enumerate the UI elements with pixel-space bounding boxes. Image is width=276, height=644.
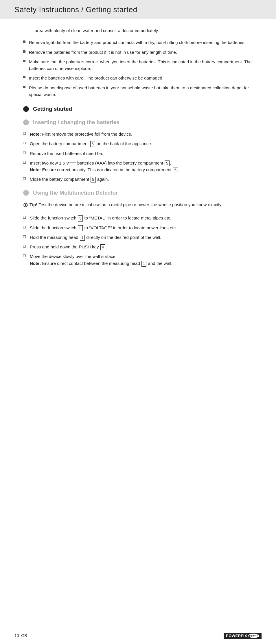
- list-item: Remove light dirt from the battery and p…: [23, 39, 253, 46]
- list-item-text: Slide the function switch 3 to “METAL” i…: [30, 215, 171, 221]
- list-item: Remove the batteries from the product if…: [23, 49, 253, 56]
- getting-started-title: Getting started: [33, 106, 72, 112]
- bullet-icon: [23, 60, 25, 62]
- note-text: First remove the protective foil from th…: [42, 132, 133, 136]
- ref-1: 1: [80, 235, 85, 241]
- ref-5: 5: [90, 141, 95, 147]
- intro-paragraph: area with plenty of clean water and cons…: [35, 27, 253, 34]
- brand-name: POWERFIX: [226, 634, 247, 638]
- list-item-text: Insert two new 1.5 V batteries (AAA) int…: [30, 160, 179, 173]
- list-item: Please do not dispose of used batteries …: [23, 84, 253, 98]
- square-bullet-icon: [23, 226, 26, 228]
- note-bold-label: Note:: [30, 167, 41, 172]
- list-item-text: Remove the batteries from the product if…: [29, 49, 177, 56]
- ref-3: 3: [78, 225, 83, 231]
- tip-bold-label: Tip!: [30, 202, 37, 207]
- list-item: Insert the batteries with care. The prod…: [23, 75, 253, 81]
- intro-text: area with plenty of clean water and cons…: [35, 28, 159, 33]
- list-item: Make sure that the polarity is correct w…: [23, 58, 253, 72]
- list-item: Hold the measuring head 1 directly on th…: [23, 234, 253, 241]
- list-item-text: Remove the used batteries if need be.: [30, 150, 103, 157]
- ref-5: 5: [173, 167, 178, 173]
- gray-circle-icon: [23, 119, 29, 125]
- square-bullet-icon: [23, 235, 26, 238]
- ref-4: 4: [100, 244, 105, 250]
- bullet-icon: [23, 40, 25, 43]
- list-item-text: Slide the function switch 3 to “VOLTAGE”…: [30, 224, 177, 231]
- list-item-text: Open the battery compartment 5 on the ba…: [30, 140, 152, 147]
- square-bullet-icon: [23, 177, 26, 180]
- bullet-icon: [23, 86, 25, 88]
- brand-sub: Profi®: [248, 634, 259, 638]
- square-bullet-icon: [23, 152, 26, 154]
- list-item: Note: First remove the protective foil f…: [23, 131, 253, 137]
- ref-5: 5: [165, 160, 170, 166]
- list-item-text: Move the device slowly over the wall sur…: [30, 253, 172, 267]
- list-item-text: Hold the measuring head 1 directly on th…: [30, 234, 161, 241]
- inserting-list: Note: First remove the protective foil f…: [23, 131, 253, 183]
- page-footer: 10 GB POWERFIX Profi®: [0, 633, 276, 639]
- bullet-icon: [23, 76, 25, 78]
- list-item: Move the device slowly over the wall sur…: [23, 253, 253, 267]
- getting-started-heading: Getting started: [23, 106, 253, 112]
- detector-list: Slide the function switch 3 to “METAL” i…: [23, 215, 253, 267]
- using-detector-title: Using the Multifunction Detector: [33, 190, 118, 196]
- powerfix-logo: POWERFIX Profi®: [224, 633, 262, 639]
- page-title: Safety Instructions / Getting started: [14, 5, 262, 14]
- tip-content: Test the device before initial use on a …: [38, 202, 222, 207]
- gray-circle-icon: [23, 190, 29, 196]
- list-item: Insert two new 1.5 V batteries (AAA) int…: [23, 160, 253, 173]
- list-item-text: Remove light dirt from the battery and p…: [29, 39, 246, 46]
- list-item: Close the battery compartment 5 again.: [23, 176, 253, 182]
- tip-box: ① Tip! Test the device before initial us…: [23, 201, 253, 210]
- square-bullet-icon: [23, 132, 26, 135]
- list-item-text: Make sure that the polarity is correct w…: [29, 58, 253, 72]
- page-header: Safety Instructions / Getting started: [0, 0, 276, 19]
- list-item: Remove the used batteries if need be.: [23, 150, 253, 157]
- note-bold-label: Note:: [30, 261, 41, 266]
- square-bullet-icon: [23, 254, 26, 257]
- list-item: Open the battery compartment 5 on the ba…: [23, 140, 253, 147]
- list-item: Press and hold down the PUSH key 4.: [23, 243, 253, 250]
- list-item-text: Please do not dispose of used batteries …: [29, 84, 253, 98]
- list-item-text: Insert the batteries with care. The prod…: [29, 75, 163, 81]
- dc-symbol-icon: [69, 162, 76, 165]
- list-item-text: Close the battery compartment 5 again.: [30, 176, 109, 182]
- ref-5: 5: [91, 177, 95, 182]
- ref-1: 1: [141, 261, 146, 267]
- ref-3: 3: [78, 215, 83, 221]
- main-content: area with plenty of clean water and cons…: [0, 27, 276, 267]
- list-item: Slide the function switch 3 to “METAL” i…: [23, 215, 253, 221]
- square-bullet-icon: [23, 142, 26, 144]
- note-bold-label: Note:: [30, 132, 41, 136]
- bullet-icon: [23, 50, 25, 53]
- tip-text: Tip! Test the device before initial use …: [30, 201, 222, 208]
- filled-circle-icon: [23, 106, 29, 112]
- page: Safety Instructions / Getting started ar…: [0, 0, 276, 644]
- tip-icon: ①: [23, 202, 28, 210]
- using-detector-heading: Using the Multifunction Detector: [23, 190, 253, 196]
- inserting-batteries-title: Inserting / changing the batteries: [33, 119, 119, 126]
- list-item-text: Press and hold down the PUSH key 4.: [30, 243, 107, 250]
- square-bullet-icon: [23, 245, 26, 248]
- safety-bullet-list: Remove light dirt from the battery and p…: [23, 39, 253, 98]
- inserting-batteries-heading: Inserting / changing the batteries: [23, 119, 253, 126]
- list-item: Slide the function switch 3 to “VOLTAGE”…: [23, 224, 253, 231]
- page-number: 10 GB: [14, 633, 27, 638]
- list-item-text: Note: First remove the protective foil f…: [30, 131, 132, 137]
- square-bullet-icon: [23, 216, 26, 219]
- square-bullet-icon: [23, 161, 26, 164]
